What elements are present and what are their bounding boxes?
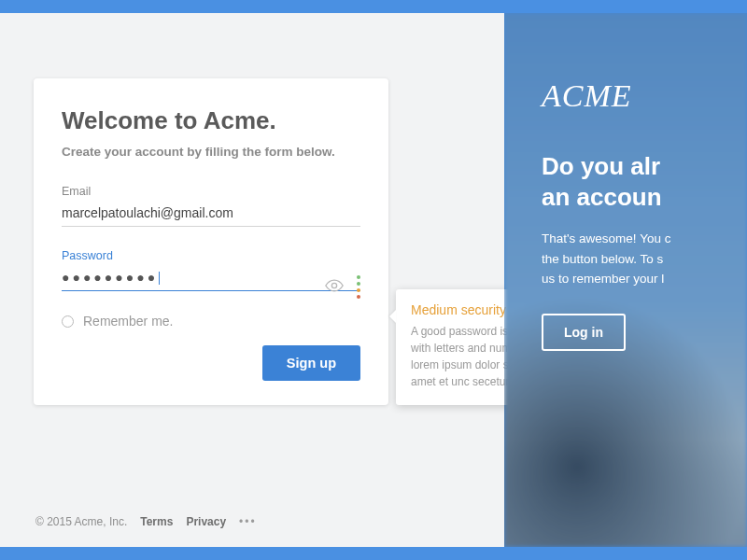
left-panel: Welcome to Acme. Create your account by … [0,13,504,547]
email-input[interactable] [62,202,360,227]
signup-row: Sign up [62,345,360,381]
right-body: That's awesome! You c the button below. … [542,229,747,289]
footer-terms-link[interactable]: Terms [140,515,173,528]
footer: © 2015 Acme, Inc. Terms Privacy ••• [35,515,257,528]
remember-me-radio[interactable] [62,315,74,328]
footer-privacy-link[interactable]: Privacy [186,515,226,528]
app-frame: Welcome to Acme. Create your account by … [0,0,747,560]
email-field-group: Email [62,185,360,227]
remember-me-row[interactable]: Remember me. [62,314,360,329]
right-heading: Do you alr an accoun [542,151,747,212]
eye-icon[interactable] [325,279,344,296]
password-field-group: Password ●●●●●●●●● [62,249,360,291]
more-icon[interactable]: ••• [239,515,257,528]
password-input-wrap[interactable]: ●●●●●●●●● [62,266,360,291]
brand-logo: ACME [542,78,747,114]
remember-me-label: Remember me. [83,314,173,329]
app-inner: Welcome to Acme. Create your account by … [0,13,747,547]
email-label: Email [62,185,360,198]
footer-copyright: © 2015 Acme, Inc. [35,515,127,528]
svg-point-0 [331,283,336,287]
right-content: ACME Do you alr an accoun That's awesome… [504,13,747,547]
text-caret [159,272,160,285]
card-subheading: Create your account by filling the form … [62,145,360,159]
signup-card: Welcome to Acme. Create your account by … [34,78,388,405]
password-strength-indicator [357,275,360,299]
password-label: Password [62,249,360,262]
right-panel: ACME Do you alr an accoun That's awesome… [504,13,747,547]
password-input[interactable]: ●●●●●●●●● [62,266,360,291]
card-heading: Welcome to Acme. [62,106,360,135]
login-button[interactable]: Log in [542,314,626,351]
signup-button[interactable]: Sign up [262,345,360,381]
